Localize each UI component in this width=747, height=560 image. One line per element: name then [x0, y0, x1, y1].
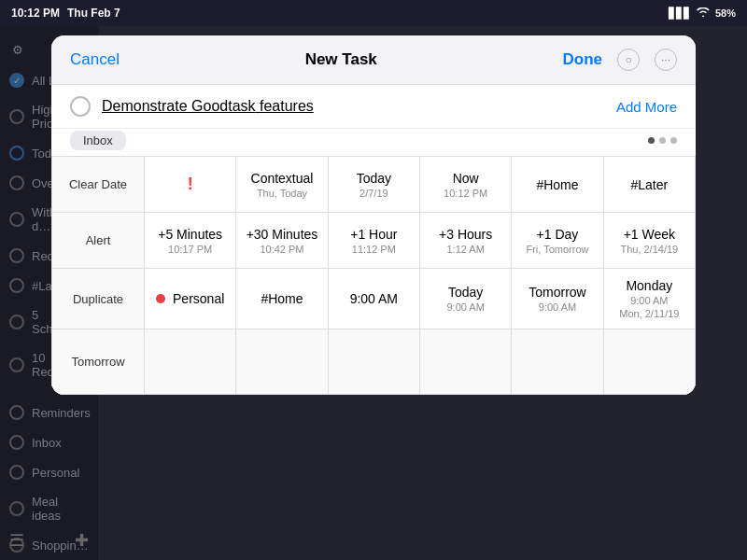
- 5min-main: +5 Minutes: [158, 227, 222, 242]
- status-day: Thu Feb 7: [67, 7, 120, 20]
- modal-overlay: Cancel New Task Done ○ ··· Demonstrate G…: [0, 26, 747, 560]
- dot-1: [648, 137, 655, 144]
- home-main: #Home: [536, 177, 578, 192]
- 3hr-sub: 1:12 AM: [446, 244, 484, 255]
- row-label-alert[interactable]: Alert: [51, 213, 145, 269]
- personal-red-dot: [156, 294, 165, 303]
- personal-main: Personal: [173, 291, 224, 306]
- clear-date-label: Clear Date: [69, 177, 127, 191]
- 1hr-main: +1 Hour: [350, 227, 397, 242]
- grid-empty-4: [420, 329, 512, 395]
- task-text-after: features: [256, 98, 314, 114]
- grid-cell-personal[interactable]: Personal: [145, 269, 236, 329]
- modal-header-right: Done ○ ···: [563, 49, 678, 71]
- tomorrow-9am-main: Tomorrow: [529, 285, 585, 300]
- grid-empty-3: [329, 329, 420, 395]
- 9am-main: 9:00 AM: [350, 291, 398, 306]
- battery-text: 58%: [715, 7, 736, 19]
- grid-empty-2: [236, 329, 328, 395]
- grid-cell-1wk[interactable]: +1 Week Thu, 2/14/19: [604, 213, 696, 269]
- new-task-modal: Cancel New Task Done ○ ··· Demonstrate G…: [51, 35, 696, 395]
- dot-2: [659, 137, 666, 144]
- grid-empty-6: [604, 329, 696, 395]
- search-icon[interactable]: ○: [617, 49, 640, 71]
- grid-cell-9am[interactable]: 9:00 AM: [329, 269, 420, 329]
- 1wk-main: +1 Week: [624, 227, 675, 242]
- monday-9am-main: Monday: [626, 278, 672, 293]
- inbox-tab-row: Inbox: [51, 129, 696, 157]
- 1day-sub: Fri, Tomorrow: [526, 244, 588, 255]
- home-dup-main: #Home: [261, 291, 303, 306]
- grid-cell-3hr[interactable]: +3 Hours 1:12 AM: [420, 213, 512, 269]
- grid-cell-now[interactable]: Now 10:12 PM: [420, 157, 512, 213]
- now-main: Now: [453, 171, 479, 186]
- later-main: #Later: [630, 177, 668, 192]
- modal-header: Cancel New Task Done ○ ···: [51, 35, 696, 85]
- more-options-icon[interactable]: ···: [655, 49, 677, 71]
- modal-title: New Task: [305, 50, 377, 69]
- grid-cell-today-9am[interactable]: Today 9:00 AM: [420, 269, 512, 329]
- monday-date-sub: Mon, 2/11/19: [619, 308, 679, 319]
- 5min-sub: 10:17 PM: [168, 244, 212, 255]
- grid-cell-home-dup[interactable]: #Home: [236, 269, 328, 329]
- contextual-sub: Thu, Today: [257, 188, 307, 199]
- grid-cell-1hr[interactable]: +1 Hour 11:12 PM: [329, 213, 420, 269]
- today-sub: 2/7/19: [359, 188, 388, 199]
- duplicate-label: Duplicate: [73, 292, 123, 306]
- task-app-name: Goodtask: [191, 98, 255, 114]
- 1day-main: +1 Day: [537, 227, 579, 242]
- today-9am-sub: 9:00 AM: [446, 301, 484, 313]
- exclaim-icon: !: [188, 175, 193, 194]
- grid-empty-1: [145, 329, 236, 395]
- grid-cell-30min[interactable]: +30 Minutes 10:42 PM: [236, 213, 328, 269]
- grid-empty-5: [512, 329, 603, 395]
- grid-cell-1day[interactable]: +1 Day Fri, Tomorrow: [512, 213, 603, 269]
- 1wk-sub: Thu, 2/14/19: [620, 244, 678, 255]
- task-circle[interactable]: [70, 96, 91, 117]
- task-text-before: Demonstrate: [102, 98, 191, 114]
- grid-cell-monday-9am[interactable]: Monday 9:00 AM Mon, 2/11/19: [604, 269, 696, 329]
- contextual-main: Contextual: [251, 171, 314, 186]
- signal-icon: ▋▋▋: [669, 7, 691, 20]
- status-time: 10:12 PM: [11, 7, 60, 20]
- grid-table: Clear Date ! Contextual Thu, Today Today…: [51, 157, 696, 395]
- grid-cell-tomorrow-9am[interactable]: Tomorrow 9:00 AM: [512, 269, 603, 329]
- monday-9am-sub: 9:00 AM: [630, 295, 668, 306]
- cancel-button[interactable]: Cancel: [70, 50, 120, 69]
- today-main: Today: [357, 171, 391, 186]
- pagination-dots: [648, 137, 677, 144]
- grid-cell-5min[interactable]: +5 Minutes 10:17 PM: [145, 213, 236, 269]
- grid-cell-later-header[interactable]: #Later: [604, 157, 696, 213]
- task-text[interactable]: Demonstrate Goodtask features: [102, 98, 616, 115]
- row-label-clear-date[interactable]: Clear Date: [51, 157, 145, 213]
- 30min-sub: 10:42 PM: [260, 244, 303, 255]
- today-9am-main: Today: [448, 285, 483, 300]
- now-sub: 10:12 PM: [444, 188, 487, 199]
- status-bar: 10:12 PM Thu Feb 7 ▋▋▋ 58%: [0, 0, 747, 26]
- grid-cell-contextual[interactable]: Contextual Thu, Today: [236, 157, 328, 213]
- add-more-button[interactable]: Add More: [616, 99, 677, 115]
- grid-cell-today-header[interactable]: Today 2/7/19: [329, 157, 420, 213]
- grid-cell-home-header[interactable]: #Home: [512, 157, 603, 213]
- 3hr-main: +3 Hours: [439, 227, 492, 242]
- done-button[interactable]: Done: [563, 50, 603, 69]
- row-label-duplicate[interactable]: Duplicate: [51, 269, 145, 329]
- tomorrow-9am-sub: 9:00 AM: [539, 301, 576, 313]
- 30min-main: +30 Minutes: [247, 227, 318, 242]
- dot-3: [670, 137, 677, 144]
- tomorrow-label: Tomorrow: [71, 355, 124, 369]
- row-label-tomorrow[interactable]: Tomorrow: [51, 329, 145, 395]
- alert-label: Alert: [86, 233, 111, 247]
- 1hr-sub: 11:12 PM: [352, 244, 396, 255]
- inbox-tab[interactable]: Inbox: [70, 131, 126, 150]
- wifi-icon: [697, 7, 710, 19]
- grid-cell-exclaim[interactable]: !: [145, 157, 236, 213]
- task-input-row: Demonstrate Goodtask features Add More: [51, 85, 696, 129]
